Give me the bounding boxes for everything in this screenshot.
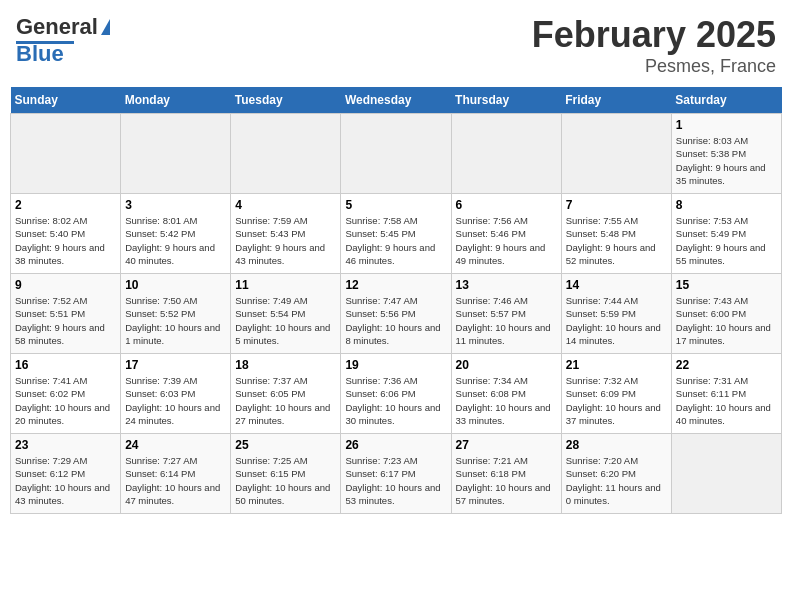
calendar-cell: 19Sunrise: 7:36 AM Sunset: 6:06 PM Dayli… — [341, 354, 451, 434]
day-info: Sunrise: 7:37 AM Sunset: 6:05 PM Dayligh… — [235, 374, 336, 427]
day-info: Sunrise: 7:39 AM Sunset: 6:03 PM Dayligh… — [125, 374, 226, 427]
page-header: General Blue February 2025 Pesmes, Franc… — [10, 10, 782, 81]
day-info: Sunrise: 8:01 AM Sunset: 5:42 PM Dayligh… — [125, 214, 226, 267]
logo-text-general: General — [16, 14, 98, 40]
calendar-week-row: 1Sunrise: 8:03 AM Sunset: 5:38 PM Daylig… — [11, 114, 782, 194]
calendar-cell: 27Sunrise: 7:21 AM Sunset: 6:18 PM Dayli… — [451, 434, 561, 514]
day-header-tuesday: Tuesday — [231, 87, 341, 114]
day-number: 16 — [15, 358, 116, 372]
day-number: 20 — [456, 358, 557, 372]
calendar-cell — [451, 114, 561, 194]
day-number: 13 — [456, 278, 557, 292]
calendar-cell — [11, 114, 121, 194]
day-number: 21 — [566, 358, 667, 372]
day-info: Sunrise: 7:52 AM Sunset: 5:51 PM Dayligh… — [15, 294, 116, 347]
calendar-cell: 5Sunrise: 7:58 AM Sunset: 5:45 PM Daylig… — [341, 194, 451, 274]
calendar-cell — [121, 114, 231, 194]
calendar-cell: 17Sunrise: 7:39 AM Sunset: 6:03 PM Dayli… — [121, 354, 231, 434]
day-number: 18 — [235, 358, 336, 372]
day-number: 14 — [566, 278, 667, 292]
day-number: 22 — [676, 358, 777, 372]
day-info: Sunrise: 7:21 AM Sunset: 6:18 PM Dayligh… — [456, 454, 557, 507]
day-number: 17 — [125, 358, 226, 372]
day-number: 8 — [676, 198, 777, 212]
day-info: Sunrise: 7:34 AM Sunset: 6:08 PM Dayligh… — [456, 374, 557, 427]
day-number: 15 — [676, 278, 777, 292]
calendar-cell: 2Sunrise: 8:02 AM Sunset: 5:40 PM Daylig… — [11, 194, 121, 274]
logo: General Blue — [16, 14, 110, 67]
calendar-cell: 4Sunrise: 7:59 AM Sunset: 5:43 PM Daylig… — [231, 194, 341, 274]
day-info: Sunrise: 7:53 AM Sunset: 5:49 PM Dayligh… — [676, 214, 777, 267]
day-info: Sunrise: 7:41 AM Sunset: 6:02 PM Dayligh… — [15, 374, 116, 427]
day-info: Sunrise: 7:20 AM Sunset: 6:20 PM Dayligh… — [566, 454, 667, 507]
day-info: Sunrise: 8:02 AM Sunset: 5:40 PM Dayligh… — [15, 214, 116, 267]
calendar-week-row: 2Sunrise: 8:02 AM Sunset: 5:40 PM Daylig… — [11, 194, 782, 274]
day-number: 23 — [15, 438, 116, 452]
day-info: Sunrise: 8:03 AM Sunset: 5:38 PM Dayligh… — [676, 134, 777, 187]
day-number: 10 — [125, 278, 226, 292]
day-number: 19 — [345, 358, 446, 372]
day-info: Sunrise: 7:44 AM Sunset: 5:59 PM Dayligh… — [566, 294, 667, 347]
day-number: 3 — [125, 198, 226, 212]
day-number: 5 — [345, 198, 446, 212]
day-number: 9 — [15, 278, 116, 292]
logo-text-blue: Blue — [16, 41, 64, 67]
day-info: Sunrise: 7:25 AM Sunset: 6:15 PM Dayligh… — [235, 454, 336, 507]
calendar-cell — [231, 114, 341, 194]
day-number: 28 — [566, 438, 667, 452]
calendar-cell: 1Sunrise: 8:03 AM Sunset: 5:38 PM Daylig… — [671, 114, 781, 194]
day-number: 7 — [566, 198, 667, 212]
day-header-thursday: Thursday — [451, 87, 561, 114]
day-info: Sunrise: 7:50 AM Sunset: 5:52 PM Dayligh… — [125, 294, 226, 347]
day-number: 12 — [345, 278, 446, 292]
day-number: 26 — [345, 438, 446, 452]
calendar-cell: 14Sunrise: 7:44 AM Sunset: 5:59 PM Dayli… — [561, 274, 671, 354]
day-info: Sunrise: 7:47 AM Sunset: 5:56 PM Dayligh… — [345, 294, 446, 347]
calendar-cell: 24Sunrise: 7:27 AM Sunset: 6:14 PM Dayli… — [121, 434, 231, 514]
day-info: Sunrise: 7:55 AM Sunset: 5:48 PM Dayligh… — [566, 214, 667, 267]
calendar-week-row: 23Sunrise: 7:29 AM Sunset: 6:12 PM Dayli… — [11, 434, 782, 514]
day-info: Sunrise: 7:31 AM Sunset: 6:11 PM Dayligh… — [676, 374, 777, 427]
calendar-week-row: 16Sunrise: 7:41 AM Sunset: 6:02 PM Dayli… — [11, 354, 782, 434]
day-info: Sunrise: 7:36 AM Sunset: 6:06 PM Dayligh… — [345, 374, 446, 427]
calendar-cell: 21Sunrise: 7:32 AM Sunset: 6:09 PM Dayli… — [561, 354, 671, 434]
day-info: Sunrise: 7:29 AM Sunset: 6:12 PM Dayligh… — [15, 454, 116, 507]
calendar-cell: 25Sunrise: 7:25 AM Sunset: 6:15 PM Dayli… — [231, 434, 341, 514]
calendar-cell: 28Sunrise: 7:20 AM Sunset: 6:20 PM Dayli… — [561, 434, 671, 514]
day-number: 25 — [235, 438, 336, 452]
day-number: 1 — [676, 118, 777, 132]
calendar-cell: 7Sunrise: 7:55 AM Sunset: 5:48 PM Daylig… — [561, 194, 671, 274]
calendar-cell: 23Sunrise: 7:29 AM Sunset: 6:12 PM Dayli… — [11, 434, 121, 514]
day-number: 4 — [235, 198, 336, 212]
logo-triangle-icon — [101, 19, 110, 35]
calendar-week-row: 9Sunrise: 7:52 AM Sunset: 5:51 PM Daylig… — [11, 274, 782, 354]
day-header-friday: Friday — [561, 87, 671, 114]
calendar-cell: 6Sunrise: 7:56 AM Sunset: 5:46 PM Daylig… — [451, 194, 561, 274]
day-info: Sunrise: 7:49 AM Sunset: 5:54 PM Dayligh… — [235, 294, 336, 347]
calendar-cell — [671, 434, 781, 514]
day-info: Sunrise: 7:32 AM Sunset: 6:09 PM Dayligh… — [566, 374, 667, 427]
day-number: 2 — [15, 198, 116, 212]
calendar-cell: 18Sunrise: 7:37 AM Sunset: 6:05 PM Dayli… — [231, 354, 341, 434]
day-info: Sunrise: 7:27 AM Sunset: 6:14 PM Dayligh… — [125, 454, 226, 507]
calendar-cell: 11Sunrise: 7:49 AM Sunset: 5:54 PM Dayli… — [231, 274, 341, 354]
calendar-cell: 3Sunrise: 8:01 AM Sunset: 5:42 PM Daylig… — [121, 194, 231, 274]
calendar-cell: 12Sunrise: 7:47 AM Sunset: 5:56 PM Dayli… — [341, 274, 451, 354]
calendar-cell — [341, 114, 451, 194]
calendar-cell: 26Sunrise: 7:23 AM Sunset: 6:17 PM Dayli… — [341, 434, 451, 514]
day-info: Sunrise: 7:46 AM Sunset: 5:57 PM Dayligh… — [456, 294, 557, 347]
calendar-cell: 13Sunrise: 7:46 AM Sunset: 5:57 PM Dayli… — [451, 274, 561, 354]
day-number: 24 — [125, 438, 226, 452]
calendar-table: SundayMondayTuesdayWednesdayThursdayFrid… — [10, 87, 782, 514]
calendar-cell: 10Sunrise: 7:50 AM Sunset: 5:52 PM Dayli… — [121, 274, 231, 354]
day-number: 6 — [456, 198, 557, 212]
day-header-saturday: Saturday — [671, 87, 781, 114]
calendar-subtitle: Pesmes, France — [532, 56, 776, 77]
day-number: 11 — [235, 278, 336, 292]
day-info: Sunrise: 7:59 AM Sunset: 5:43 PM Dayligh… — [235, 214, 336, 267]
day-info: Sunrise: 7:43 AM Sunset: 6:00 PM Dayligh… — [676, 294, 777, 347]
day-header-wednesday: Wednesday — [341, 87, 451, 114]
calendar-header-row: SundayMondayTuesdayWednesdayThursdayFrid… — [11, 87, 782, 114]
calendar-cell: 15Sunrise: 7:43 AM Sunset: 6:00 PM Dayli… — [671, 274, 781, 354]
day-info: Sunrise: 7:23 AM Sunset: 6:17 PM Dayligh… — [345, 454, 446, 507]
